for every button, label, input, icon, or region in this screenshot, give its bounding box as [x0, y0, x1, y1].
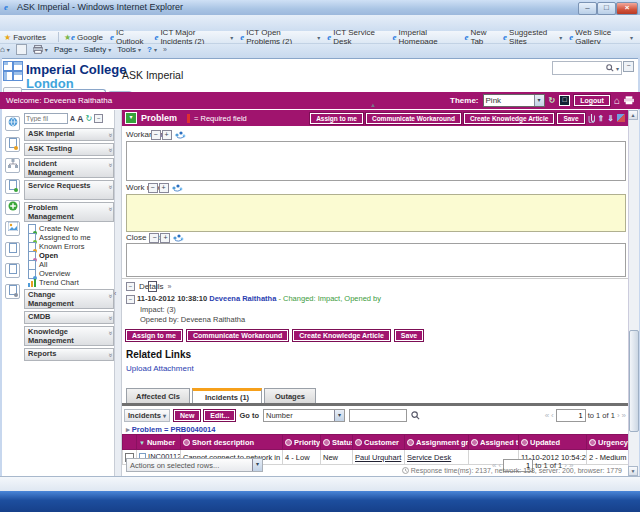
edit-button[interactable]: Edit... [204, 410, 235, 421]
logout-button[interactable]: Logout [574, 95, 610, 106]
doc-icon[interactable] [5, 242, 20, 257]
page-number-input[interactable] [556, 409, 586, 422]
font-larger-icon[interactable]: A [77, 114, 84, 124]
create-knowledge-article-button[interactable]: Create Knowledge Article [293, 330, 390, 341]
nav-item-open[interactable]: Open [28, 251, 114, 260]
refresh-theme-icon[interactable]: ↻ [549, 96, 556, 105]
splitter-up-icon[interactable]: ▲ [370, 102, 376, 108]
col-updated[interactable]: Updated [519, 435, 587, 450]
nav-section-ask-testing[interactable]: ASK Testing» [24, 143, 114, 156]
chevron-down-icon[interactable]: ▾ [616, 65, 619, 72]
activity-user-link[interactable]: Deveena Raithatha [209, 294, 276, 303]
select-all-header[interactable] [123, 435, 137, 450]
column-options-icon[interactable] [183, 439, 190, 446]
nav-item-overview[interactable]: Overview [28, 269, 114, 278]
scrollbar-thumb[interactable] [629, 330, 639, 432]
collapse-nav-handle[interactable]: ‹ [114, 290, 116, 297]
collapse-header-button[interactable]: − [623, 61, 634, 72]
goto-field-select[interactable]: Number▾ [263, 409, 345, 422]
nav-section-knowledge-management[interactable]: Knowledge Management» [24, 326, 114, 346]
collapse-details-icon[interactable]: − [126, 282, 135, 291]
column-options-icon[interactable] [285, 439, 292, 446]
scroll-up-button[interactable]: ▲ [628, 110, 638, 120]
nav-item-assigned-to-me[interactable]: Assigned to me [28, 233, 114, 242]
activity-stream-icon[interactable] [617, 114, 625, 122]
collapse-field-icon[interactable]: − [148, 183, 158, 193]
new-button[interactable]: New [174, 410, 200, 421]
toggle-panel-icon[interactable]: □ [559, 95, 570, 106]
prev-page-icon[interactable]: ‹ [551, 411, 554, 420]
print-icon[interactable] [624, 96, 634, 105]
home-icon[interactable]: ⌂ [614, 95, 620, 106]
page-menu[interactable]: Page▾ [54, 45, 78, 54]
nav-item-create-new[interactable]: Create New [28, 224, 114, 233]
col-short-description[interactable]: Short description [181, 435, 283, 450]
column-options-icon[interactable] [323, 439, 330, 446]
overflow-chevron-icon[interactable]: » [163, 46, 167, 53]
details-more-icon[interactable]: » [167, 283, 171, 290]
assignment-group-link[interactable]: Service Desk [407, 453, 451, 462]
col-number[interactable]: ▼Number [137, 435, 181, 450]
print-button[interactable]: ▾ [33, 45, 48, 54]
tab-affected-cis[interactable]: Affected CIs [126, 388, 190, 403]
nav-section-incident-management[interactable]: Incident Management» [24, 158, 114, 178]
nav-item-trend-chart[interactable]: Trend Chart [28, 278, 114, 287]
doc-icon[interactable] [5, 263, 20, 278]
assign-to-me-button[interactable]: Assign to me [310, 113, 363, 124]
record-menu-icon[interactable]: ▾ [125, 112, 137, 124]
column-options-icon[interactable] [355, 439, 362, 446]
nav-filter-input[interactable] [24, 113, 68, 124]
collapse-all-icon[interactable]: − [94, 114, 103, 123]
close-notes-textarea[interactable] [126, 243, 626, 277]
last-page-icon[interactable]: » [622, 411, 626, 420]
first-page-icon[interactable]: « [545, 411, 549, 420]
goto-search-input[interactable] [349, 409, 407, 422]
sitemap-icon[interactable] [5, 158, 20, 173]
tab-outages[interactable]: Outages [264, 388, 316, 403]
expand-field-icon[interactable]: + [162, 130, 172, 140]
details-section-header[interactable]: − Details » [126, 281, 171, 292]
expand-field-icon[interactable]: + [160, 233, 170, 243]
nav-item-known-errors[interactable]: Known Errors [28, 242, 114, 251]
minimize-button[interactable]: – [578, 2, 597, 15]
favorite-link[interactable]: eGoogle [71, 33, 103, 42]
feeds-button[interactable] [16, 44, 27, 55]
tools-menu[interactable]: Tools▾ [117, 45, 141, 54]
pop-out-icon[interactable] [148, 281, 157, 292]
breadcrumb[interactable]: ▸ Problem = PRB0040014 [126, 425, 215, 434]
tab-incidents[interactable]: Incidents (1) [192, 388, 262, 403]
column-options-icon[interactable] [407, 439, 414, 446]
nav-item-all[interactable]: All [28, 260, 114, 269]
image-icon[interactable] [5, 221, 20, 236]
nav-section-problem-management[interactable]: Problem Management» [24, 202, 114, 222]
collapse-entry-icon[interactable]: − [126, 295, 135, 304]
col-urgency[interactable]: Urgency [587, 435, 629, 450]
globe-icon[interactable] [5, 116, 20, 131]
doc-lock-icon[interactable] [5, 284, 20, 299]
close-button[interactable]: × [616, 2, 638, 15]
form-edit-icon[interactable] [5, 137, 20, 152]
expand-field-icon[interactable]: + [159, 183, 169, 193]
communicate-workaround-button[interactable]: Communicate Workaround [187, 330, 288, 341]
next-page-icon[interactable]: › [617, 411, 620, 420]
col-customer[interactable]: Customer [353, 435, 405, 450]
safety-menu[interactable]: Safety▾ [84, 45, 112, 54]
nav-section-cmdb[interactable]: CMDB» [24, 311, 114, 324]
col-status[interactable]: Status [321, 435, 353, 450]
work-notes-textarea[interactable] [126, 194, 626, 232]
collapse-field-icon[interactable]: − [149, 233, 159, 243]
maximize-button[interactable]: □ [597, 2, 616, 15]
collapse-field-icon[interactable]: − [151, 130, 161, 140]
save-button[interactable]: Save [395, 330, 423, 341]
nav-section-reports[interactable]: Reports» [24, 348, 114, 361]
search-icon[interactable] [411, 411, 420, 420]
col-priority[interactable]: Priority [283, 435, 321, 450]
add-icon[interactable] [5, 200, 20, 215]
col-assignment-group[interactable]: Assignment group [405, 435, 469, 450]
help-button[interactable]: ?▾ [147, 45, 157, 54]
create-knowledge-article-button[interactable]: Create Knowledge Article [464, 113, 555, 124]
column-options-icon[interactable] [521, 439, 528, 446]
scroll-up-icon[interactable]: ⇑ [598, 114, 605, 123]
communicate-workaround-button[interactable]: Communicate Workaround [366, 113, 461, 124]
scroll-down-button[interactable]: ▼ [628, 466, 638, 476]
